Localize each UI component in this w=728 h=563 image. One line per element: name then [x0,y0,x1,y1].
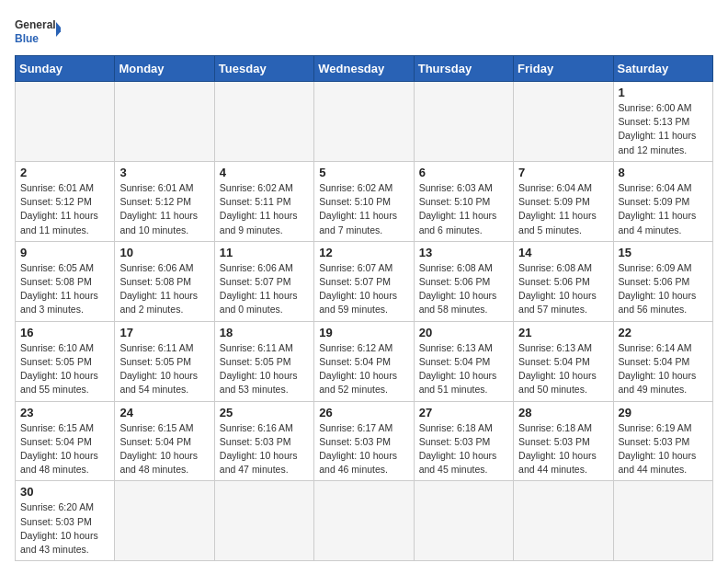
calendar-cell [115,481,214,561]
day-info: Sunrise: 6:11 AM Sunset: 5:05 PM Dayligh… [220,341,309,397]
day-number: 1 [619,86,708,99]
calendar-cell [16,82,115,162]
day-number: 16 [20,326,109,339]
day-number: 23 [20,406,109,419]
day-info: Sunrise: 6:13 AM Sunset: 5:04 PM Dayligh… [518,341,608,397]
calendar-cell: 20Sunrise: 6:13 AM Sunset: 5:04 PM Dayli… [414,321,513,401]
day-number: 18 [220,326,309,339]
calendar-cell: 9Sunrise: 6:05 AM Sunset: 5:08 PM Daylig… [16,241,115,321]
calendar-cell [314,82,414,162]
day-info: Sunrise: 6:20 AM Sunset: 5:03 PM Dayligh… [20,500,109,557]
day-info: Sunrise: 6:18 AM Sunset: 5:03 PM Dayligh… [518,421,608,477]
day-info: Sunrise: 6:03 AM Sunset: 5:10 PM Dayligh… [419,181,508,237]
day-info: Sunrise: 6:05 AM Sunset: 5:08 PM Dayligh… [20,261,109,317]
generalblue-logo: General Blue [15,15,61,48]
day-info: Sunrise: 6:07 AM Sunset: 5:07 PM Dayligh… [319,261,408,317]
day-number: 26 [319,406,408,419]
page-header: General Blue [15,15,713,48]
calendar-week-row: 1Sunrise: 6:00 AM Sunset: 5:13 PM Daylig… [16,82,713,162]
day-number: 3 [119,166,209,179]
day-info: Sunrise: 6:06 AM Sunset: 5:08 PM Dayligh… [119,261,209,317]
calendar-cell [214,481,313,561]
calendar-cell: 5Sunrise: 6:02 AM Sunset: 5:10 PM Daylig… [314,161,414,241]
calendar-week-row: 16Sunrise: 6:10 AM Sunset: 5:05 PM Dayli… [16,321,713,401]
day-info: Sunrise: 6:18 AM Sunset: 5:03 PM Dayligh… [419,421,508,477]
calendar-cell: 3Sunrise: 6:01 AM Sunset: 5:12 PM Daylig… [115,161,214,241]
day-number: 8 [619,166,708,179]
calendar-cell: 11Sunrise: 6:06 AM Sunset: 5:07 PM Dayli… [214,241,313,321]
day-number: 15 [619,246,708,259]
svg-text:Blue: Blue [15,32,39,45]
column-header-wednesday: Wednesday [314,56,414,82]
calendar-cell: 7Sunrise: 6:04 AM Sunset: 5:09 PM Daylig… [514,161,613,241]
day-number: 24 [119,406,209,419]
day-info: Sunrise: 6:11 AM Sunset: 5:05 PM Dayligh… [119,341,209,397]
calendar-cell: 18Sunrise: 6:11 AM Sunset: 5:05 PM Dayli… [214,321,313,401]
calendar-cell: 14Sunrise: 6:08 AM Sunset: 5:06 PM Dayli… [514,241,613,321]
calendar-cell: 19Sunrise: 6:12 AM Sunset: 5:04 PM Dayli… [314,321,414,401]
calendar-cell: 28Sunrise: 6:18 AM Sunset: 5:03 PM Dayli… [514,401,613,481]
calendar-cell: 2Sunrise: 6:01 AM Sunset: 5:12 PM Daylig… [16,161,115,241]
day-number: 7 [518,166,608,179]
column-header-tuesday: Tuesday [214,56,313,82]
calendar-cell [115,82,214,162]
day-info: Sunrise: 6:04 AM Sunset: 5:09 PM Dayligh… [518,181,608,237]
calendar-cell [514,82,613,162]
day-number: 30 [20,485,109,499]
day-number: 14 [518,246,608,259]
day-info: Sunrise: 6:04 AM Sunset: 5:09 PM Dayligh… [619,181,708,237]
calendar-cell: 23Sunrise: 6:15 AM Sunset: 5:04 PM Dayli… [16,401,115,481]
column-header-thursday: Thursday [414,56,513,82]
day-number: 2 [20,166,109,179]
day-number: 19 [319,326,408,339]
day-number: 5 [319,166,408,179]
day-info: Sunrise: 6:17 AM Sunset: 5:03 PM Dayligh… [319,421,408,477]
calendar-cell: 10Sunrise: 6:06 AM Sunset: 5:08 PM Dayli… [115,241,214,321]
day-info: Sunrise: 6:14 AM Sunset: 5:04 PM Dayligh… [619,341,708,397]
svg-marker-2 [56,22,61,37]
day-info: Sunrise: 6:10 AM Sunset: 5:05 PM Dayligh… [20,341,109,397]
column-header-saturday: Saturday [613,56,712,82]
day-number: 9 [20,246,109,259]
calendar-cell: 4Sunrise: 6:02 AM Sunset: 5:11 PM Daylig… [214,161,313,241]
calendar-cell: 21Sunrise: 6:13 AM Sunset: 5:04 PM Dayli… [514,321,613,401]
day-number: 28 [518,406,608,419]
column-header-monday: Monday [115,56,214,82]
day-info: Sunrise: 6:02 AM Sunset: 5:10 PM Dayligh… [319,181,408,237]
day-info: Sunrise: 6:09 AM Sunset: 5:06 PM Dayligh… [619,261,708,317]
calendar-cell: 8Sunrise: 6:04 AM Sunset: 5:09 PM Daylig… [613,161,712,241]
calendar-cell: 25Sunrise: 6:16 AM Sunset: 5:03 PM Dayli… [214,401,313,481]
day-info: Sunrise: 6:08 AM Sunset: 5:06 PM Dayligh… [518,261,608,317]
calendar-week-row: 9Sunrise: 6:05 AM Sunset: 5:08 PM Daylig… [16,241,713,321]
calendar-cell: 6Sunrise: 6:03 AM Sunset: 5:10 PM Daylig… [414,161,513,241]
day-info: Sunrise: 6:02 AM Sunset: 5:11 PM Dayligh… [220,181,309,237]
calendar-cell: 12Sunrise: 6:07 AM Sunset: 5:07 PM Dayli… [314,241,414,321]
calendar-week-row: 2Sunrise: 6:01 AM Sunset: 5:12 PM Daylig… [16,161,713,241]
day-info: Sunrise: 6:19 AM Sunset: 5:03 PM Dayligh… [619,421,708,477]
logo: General Blue [15,15,61,48]
day-number: 29 [619,406,708,419]
day-number: 6 [419,166,508,179]
day-number: 20 [419,326,508,339]
calendar-cell: 13Sunrise: 6:08 AM Sunset: 5:06 PM Dayli… [414,241,513,321]
day-info: Sunrise: 6:13 AM Sunset: 5:04 PM Dayligh… [419,341,508,397]
column-header-sunday: Sunday [16,56,115,82]
calendar-cell: 17Sunrise: 6:11 AM Sunset: 5:05 PM Dayli… [115,321,214,401]
calendar-header-row: SundayMondayTuesdayWednesdayThursdayFrid… [16,56,713,82]
calendar-cell: 26Sunrise: 6:17 AM Sunset: 5:03 PM Dayli… [314,401,414,481]
calendar-cell: 16Sunrise: 6:10 AM Sunset: 5:05 PM Dayli… [16,321,115,401]
calendar-cell: 15Sunrise: 6:09 AM Sunset: 5:06 PM Dayli… [613,241,712,321]
day-info: Sunrise: 6:01 AM Sunset: 5:12 PM Dayligh… [20,181,109,237]
calendar-cell: 24Sunrise: 6:15 AM Sunset: 5:04 PM Dayli… [115,401,214,481]
calendar-cell [613,481,712,561]
day-info: Sunrise: 6:15 AM Sunset: 5:04 PM Dayligh… [119,421,209,477]
calendar-cell: 27Sunrise: 6:18 AM Sunset: 5:03 PM Dayli… [414,401,513,481]
day-info: Sunrise: 6:06 AM Sunset: 5:07 PM Dayligh… [220,261,309,317]
day-info: Sunrise: 6:08 AM Sunset: 5:06 PM Dayligh… [419,261,508,317]
calendar-cell: 29Sunrise: 6:19 AM Sunset: 5:03 PM Dayli… [613,401,712,481]
day-number: 22 [619,326,708,339]
day-number: 12 [319,246,408,259]
day-number: 25 [220,406,309,419]
calendar-week-row: 30Sunrise: 6:20 AM Sunset: 5:03 PM Dayli… [16,481,713,561]
day-number: 21 [518,326,608,339]
